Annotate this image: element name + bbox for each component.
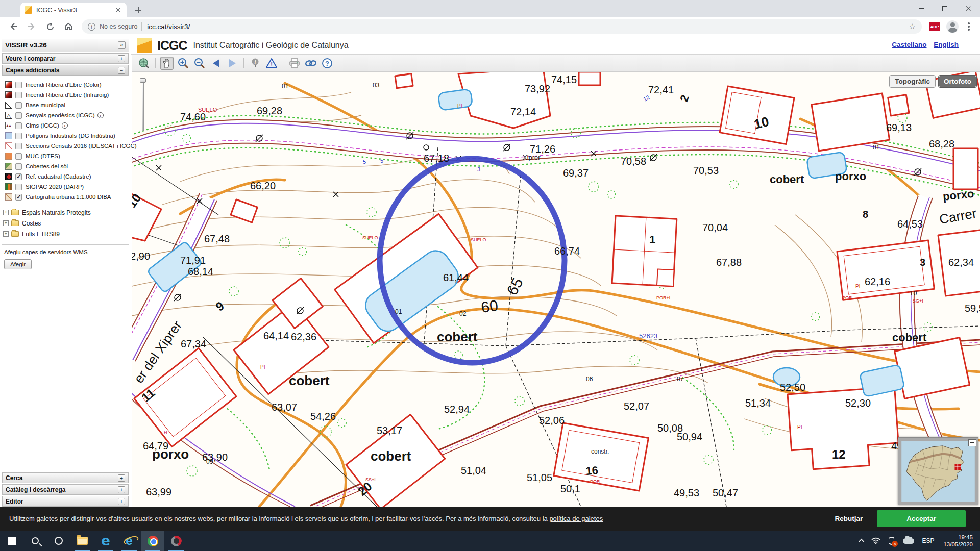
cortana-button[interactable] [47,531,70,551]
zoom-slider[interactable] [140,78,146,133]
cookie-accept-button[interactable]: Acceptar [877,510,966,527]
tab-close-icon[interactable] [114,6,122,14]
layer-item-7[interactable]: MUC (DTES) [5,151,131,161]
layer-checkbox[interactable] [15,112,22,119]
page-info-icon[interactable]: i [88,23,95,31]
expand-icon[interactable]: + [118,498,125,505]
layer-checkbox[interactable] [15,143,22,149]
layer-checkbox[interactable] [15,122,22,129]
lang-english-link[interactable]: English [934,41,959,48]
back-icon[interactable] [7,20,20,33]
folder-costes[interactable]: + Costes [3,218,131,229]
forward-icon[interactable] [25,20,38,33]
window-maximize-button[interactable] [933,0,957,17]
zoom-slider-track[interactable] [142,80,144,131]
zoom-slider-handle[interactable] [140,78,146,83]
zoom-out-icon[interactable] [193,57,206,70]
edge-button[interactable]: e [94,531,117,551]
address-bar[interactable]: i No es seguro icc.cat/vissir3/ ☆ [82,19,922,34]
expand-icon[interactable]: + [118,55,125,62]
layer-checkbox[interactable] [15,153,22,160]
overview-minimap[interactable] [898,437,978,505]
layer-item-9[interactable]: Ref. cadastral (Cadastre) [5,171,131,182]
profile-avatar[interactable] [946,20,959,33]
onedrive-cloud-icon[interactable] [903,538,914,544]
help-icon[interactable]: ? [321,57,334,70]
sidebar-collapse-icon[interactable]: « [118,41,126,49]
expand-node-icon[interactable]: + [3,220,9,226]
pan-hand-icon[interactable] [160,57,174,70]
section-editor[interactable]: Editor + [2,496,129,507]
minimap-minimize-button[interactable] [968,439,976,446]
info-icon[interactable]: i [97,112,104,118]
start-button[interactable] [0,531,23,551]
layer-checkbox[interactable] [15,163,22,170]
keyboard-language-indicator[interactable]: ESP [922,537,934,544]
layer-item-10[interactable]: SIGPAC 2020 (DARP) [5,182,131,192]
layer-item-0[interactable]: Incendi Ribera d'Ebre (Color) [5,80,131,90]
browser-menu-icon[interactable] [965,21,973,32]
zoom-extent-icon[interactable] [137,57,151,70]
internet-explorer-button[interactable]: e [117,531,141,551]
layer-checkbox[interactable] [15,102,22,109]
section-veure-i-comparar[interactable]: Veure i comparar + [2,53,129,64]
lang-castellano-link[interactable]: Castellano [892,41,926,48]
layer-checkbox[interactable] [15,92,22,98]
browser-tab[interactable]: ICGC - Vissir3 [20,3,127,17]
cookie-reject-button[interactable]: Rebutjar [835,515,863,522]
zoom-in-icon[interactable] [177,57,190,70]
expand-node-icon[interactable]: + [3,210,9,215]
layer-checkbox[interactable] [15,173,22,180]
pinned-app-button[interactable] [164,531,188,551]
next-view-icon[interactable] [226,57,239,70]
home-icon[interactable] [62,20,75,33]
layer-item-2[interactable]: Base municipal [5,100,131,110]
url-text[interactable]: icc.cat/vissir3/ [147,23,909,31]
layer-item-6[interactable]: Seccions Censals 2016 (IDESCAT i ICGC) [5,141,131,151]
network-wifi-icon[interactable] [871,537,880,544]
file-explorer-button[interactable] [70,531,94,551]
window-close-button[interactable] [957,0,980,17]
layer-item-11[interactable]: Cartografia urbana 1:1.000 DIBA [5,192,131,202]
section-cerca[interactable]: Cerca + [2,472,129,483]
map-viewport[interactable]: 74,6069,2873,9274,1572,4172,1471,2670,58… [132,72,980,507]
new-tab-button[interactable] [133,5,144,16]
taskbar-search-button[interactable] [23,531,47,551]
bookmark-star-icon[interactable]: ☆ [909,22,916,31]
layer-checkbox[interactable] [15,184,22,190]
layer-checkbox[interactable] [15,133,22,139]
warning-icon[interactable]: ! [265,57,278,70]
previous-view-icon[interactable] [209,57,223,70]
layer-checkbox[interactable] [15,194,22,201]
expand-icon[interactable]: + [118,474,125,482]
identify-info-icon[interactable]: i [249,57,262,70]
layer-checkbox[interactable] [15,82,22,88]
section-cataleg[interactable]: Catàleg i descàrrega + [2,484,129,495]
folder-espais-naturals[interactable]: + Espais Naturals Protegits [3,207,131,218]
topographic-map[interactable]: 74,6069,2873,9274,1572,4172,1471,2670,58… [132,72,980,507]
add-wms-button[interactable]: Afegir [4,259,32,269]
sync-error-icon[interactable] [888,537,896,545]
ortophoto-button[interactable]: Ortofoto [938,75,977,88]
layer-item-3[interactable]: Senyals geodèsics (ICGC)i [5,110,131,120]
info-icon[interactable]: i [62,122,68,129]
layer-item-8[interactable]: Cobertes del sòl [5,161,131,171]
permalink-icon[interactable] [304,57,317,70]
collapse-icon[interactable]: − [118,67,125,74]
show-desktop-button[interactable] [978,531,980,551]
chrome-button[interactable] [141,531,164,551]
section-capes-addicionals[interactable]: Capes addicionals − [2,65,129,76]
adblock-extension-icon[interactable]: ABP [929,22,940,31]
expand-node-icon[interactable]: + [3,231,9,237]
folder-fulls-etrs89[interactable]: + Fulls ETRS89 [3,229,131,239]
clock[interactable]: 19:45 13/05/2020 [943,534,973,548]
print-icon[interactable] [288,57,301,70]
layer-item-5[interactable]: Polígons Industrials (DG Indústria) [5,131,131,141]
window-minimize-button[interactable] [910,0,933,17]
tray-overflow-icon[interactable] [860,539,864,543]
layer-item-4[interactable]: Cims (ICGC)i [5,120,131,131]
expand-icon[interactable]: + [118,486,125,493]
cookie-policy-link[interactable]: política de galetes [549,515,603,522]
reload-icon[interactable] [43,20,57,33]
layer-item-1[interactable]: Incendi Ribera d'Ebre (Infraroig) [5,90,131,100]
